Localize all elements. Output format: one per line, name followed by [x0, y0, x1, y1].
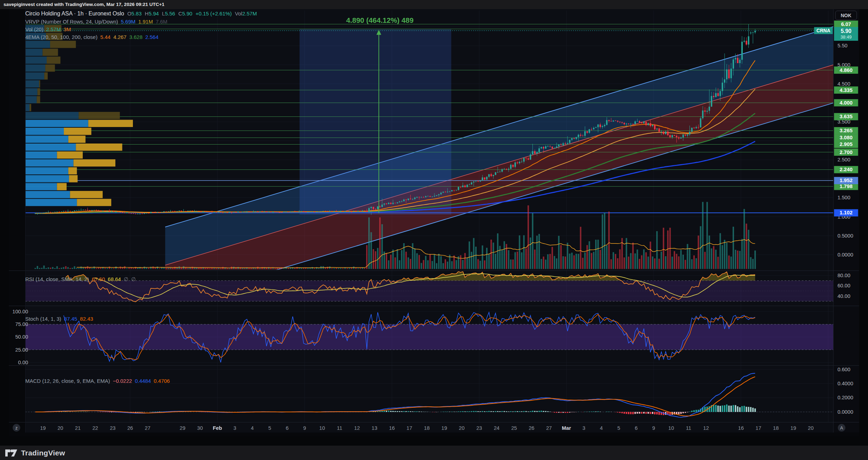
svg-text:22: 22 — [92, 425, 98, 431]
svg-text:0.600: 0.600 — [837, 367, 850, 372]
svg-text:27: 27 — [546, 425, 552, 431]
svg-text:5.50: 5.50 — [837, 43, 848, 48]
svg-text:9: 9 — [652, 425, 655, 431]
svg-text:19: 19 — [790, 425, 796, 431]
svg-text:20: 20 — [808, 425, 814, 431]
svg-text:30: 30 — [197, 425, 203, 431]
svg-text:75.00: 75.00 — [15, 321, 28, 327]
svg-text:NOK: NOK — [841, 13, 852, 18]
svg-text:11: 11 — [337, 425, 342, 431]
svg-text:Mar: Mar — [562, 425, 571, 431]
svg-text:13: 13 — [372, 425, 377, 431]
svg-text:1.500: 1.500 — [837, 195, 850, 200]
svg-text:4.500: 4.500 — [837, 81, 850, 87]
svg-text:0.4000: 0.4000 — [837, 381, 853, 386]
svg-text:20: 20 — [459, 425, 464, 431]
measure-annotation: 4.890 (464.12%) 489 — [346, 16, 413, 24]
tradingview-wordmark[interactable]: TradingView — [21, 449, 65, 457]
svg-text:17: 17 — [406, 425, 412, 431]
svg-text:10: 10 — [319, 425, 325, 431]
svg-text:2.240: 2.240 — [840, 167, 853, 172]
svg-text:19: 19 — [40, 425, 46, 431]
svg-text:9: 9 — [303, 425, 306, 431]
chart-canvas[interactable]: CRNA4.890 (464.12%) 4895.505.0004.5003.5… — [0, 9, 868, 446]
svg-text:4: 4 — [251, 425, 254, 431]
svg-text:4.000: 4.000 — [840, 100, 853, 106]
footer-bar: TradingView — [0, 446, 868, 460]
svg-text:3.265: 3.265 — [840, 128, 853, 133]
svg-text:10: 10 — [668, 425, 674, 431]
svg-text:26: 26 — [127, 425, 133, 431]
svg-text:11: 11 — [686, 425, 691, 431]
svg-text:3.080: 3.080 — [840, 135, 853, 140]
chart-stage[interactable]: CRNA4.890 (464.12%) 4895.505.0004.5003.5… — [0, 9, 868, 446]
svg-text:16: 16 — [389, 425, 395, 431]
svg-text:24: 24 — [494, 425, 499, 431]
watermark-text: savepiginvest created with TradingView.c… — [4, 2, 164, 7]
svg-text:25.00: 25.00 — [15, 347, 28, 353]
svg-text:4.335: 4.335 — [840, 87, 853, 93]
svg-text:38:49: 38:49 — [841, 34, 852, 40]
svg-text:4: 4 — [600, 425, 603, 431]
svg-text:0.5000: 0.5000 — [837, 233, 853, 239]
svg-text:12: 12 — [703, 425, 709, 431]
svg-text:6: 6 — [635, 425, 638, 431]
svg-text:2.500: 2.500 — [837, 157, 850, 162]
svg-text:5: 5 — [268, 425, 271, 431]
svg-text:21: 21 — [75, 425, 81, 431]
svg-text:40.00: 40.00 — [837, 293, 850, 299]
svg-text:A: A — [840, 425, 843, 431]
svg-text:Feb: Feb — [213, 425, 222, 431]
svg-text:1.798: 1.798 — [840, 184, 853, 189]
svg-text:20: 20 — [58, 425, 63, 431]
svg-text:2.700: 2.700 — [840, 149, 853, 155]
svg-text:2.905: 2.905 — [840, 141, 853, 147]
svg-text:0.0000: 0.0000 — [837, 252, 853, 258]
svg-text:3: 3 — [583, 425, 585, 431]
svg-text:z: z — [15, 425, 18, 431]
svg-text:5: 5 — [617, 425, 620, 431]
svg-text:19: 19 — [442, 425, 447, 431]
svg-text:CRNA: CRNA — [816, 28, 830, 33]
svg-text:0.00: 0.00 — [18, 360, 28, 365]
svg-text:25: 25 — [511, 425, 517, 431]
svg-text:6: 6 — [286, 425, 289, 431]
svg-text:50.00: 50.00 — [15, 334, 28, 340]
svg-text:3.635: 3.635 — [840, 114, 853, 119]
svg-text:0.0000: 0.0000 — [837, 409, 853, 415]
svg-text:0.2000: 0.2000 — [837, 395, 853, 400]
tradingview-logo-icon[interactable] — [5, 448, 18, 458]
price-range-box — [300, 29, 451, 215]
svg-text:17: 17 — [755, 425, 761, 431]
svg-text:80.00: 80.00 — [837, 273, 850, 278]
svg-text:23: 23 — [110, 425, 115, 431]
svg-text:4.860: 4.860 — [840, 67, 853, 73]
svg-text:6.07: 6.07 — [841, 21, 851, 27]
svg-text:60.00: 60.00 — [837, 283, 850, 288]
svg-text:18: 18 — [424, 425, 430, 431]
svg-text:23: 23 — [476, 425, 482, 431]
svg-text:12: 12 — [354, 425, 360, 431]
svg-text:3: 3 — [234, 425, 236, 431]
svg-text:27: 27 — [145, 425, 150, 431]
svg-text:18: 18 — [773, 425, 779, 431]
svg-text:1.952: 1.952 — [840, 178, 853, 183]
watermark-bar: savepiginvest created with TradingView.c… — [0, 0, 868, 9]
svg-text:26: 26 — [529, 425, 534, 431]
svg-text:16: 16 — [738, 425, 744, 431]
svg-text:5.90: 5.90 — [841, 28, 852, 34]
svg-text:29: 29 — [180, 425, 185, 431]
svg-text:100.00: 100.00 — [12, 309, 28, 314]
svg-text:1.102: 1.102 — [840, 210, 853, 215]
